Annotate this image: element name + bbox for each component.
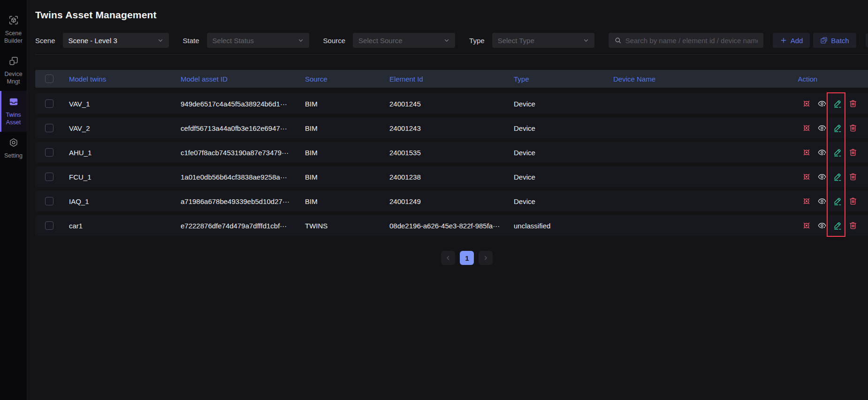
row-checkbox[interactable] <box>45 124 53 132</box>
state-filter: State Select Status <box>183 33 309 48</box>
target-dot-icon <box>802 172 811 181</box>
scene-filter-label: Scene <box>35 37 55 45</box>
scene-select-value: Scene - Level 3 <box>69 37 117 45</box>
page-number-button[interactable]: 1 <box>460 251 474 265</box>
target-dot-icon <box>802 99 811 108</box>
row-checkbox[interactable] <box>45 148 53 157</box>
target-dot-icon <box>802 221 811 230</box>
twins-table: Model twins Model asset ID Source Elemen… <box>35 70 868 236</box>
element-id-cell: 24001243 <box>384 124 508 132</box>
eye-dot-icon <box>817 148 827 157</box>
delete-button[interactable] <box>848 123 858 133</box>
model-twins-cell: VAV_1 <box>63 100 175 108</box>
model-asset-id-cell: e7222876dfe74d479a7dfffd1cbf··· <box>175 222 299 230</box>
next-page-button[interactable] <box>479 251 493 265</box>
locate-button[interactable] <box>802 148 811 157</box>
eye-dot-icon <box>817 123 827 133</box>
model-twins-cell: IAQ_1 <box>63 197 175 205</box>
edit-button[interactable] <box>833 172 842 181</box>
edit-button[interactable] <box>833 123 842 133</box>
delete-button[interactable] <box>848 99 858 108</box>
prev-page-button[interactable] <box>441 251 455 265</box>
column-header-device-name: Device Name <box>608 75 758 83</box>
delete-button[interactable] <box>848 221 858 230</box>
chevron-down-icon <box>443 37 450 44</box>
delete-button[interactable] <box>848 172 858 181</box>
source-select-placeholder: Select Source <box>358 37 402 45</box>
locate-button[interactable] <box>802 172 811 181</box>
chevron-right-icon <box>482 255 489 261</box>
edit-button[interactable] <box>833 148 842 157</box>
table-header-row: Model twins Model asset ID Source Elemen… <box>35 70 868 88</box>
type-cell: unclassified <box>508 222 608 230</box>
table-row: FCU_1 1a01e0db56b64cf3838ae9258a··· BIM … <box>35 166 868 187</box>
element-id-cell: 08de2196-a626-45e3-822f-985fa··· <box>384 222 508 230</box>
pagination: 1 <box>35 251 868 265</box>
select-all-checkbox[interactable] <box>45 75 53 83</box>
view-button[interactable] <box>817 196 827 206</box>
locate-button[interactable] <box>802 123 811 133</box>
row-checkbox[interactable] <box>45 99 53 108</box>
twins-asset-icon <box>8 97 19 109</box>
model-asset-id-cell: a71986a678be49339eb5d10d27··· <box>175 197 299 205</box>
chevron-down-icon <box>583 37 589 44</box>
sidebar-item-twins-asset[interactable]: Twins Asset <box>0 91 27 132</box>
column-header-source: Source <box>299 75 384 83</box>
screen-view-button[interactable] <box>866 33 868 47</box>
row-checkbox[interactable] <box>45 173 53 181</box>
source-filter: Source Select Source <box>323 33 456 48</box>
trash-icon <box>848 196 858 206</box>
filter-bar: Scene Scene - Level 3 State Select Statu… <box>35 33 868 55</box>
source-filter-label: Source <box>323 37 346 45</box>
scene-filter: Scene Scene - Level 3 <box>35 33 169 48</box>
scene-select[interactable]: Scene - Level 3 <box>63 33 169 48</box>
edit-button[interactable] <box>833 99 842 108</box>
type-select[interactable]: Select Type <box>492 33 594 48</box>
view-button[interactable] <box>817 123 827 133</box>
search-input[interactable] <box>625 37 758 45</box>
view-button[interactable] <box>817 148 827 157</box>
target-dot-icon <box>802 148 811 157</box>
eye-dot-icon <box>817 99 827 108</box>
sidebar-item-device-mngt[interactable]: Device Mngt <box>0 50 27 91</box>
source-cell: BIM <box>299 100 384 108</box>
locate-button[interactable] <box>802 99 811 108</box>
trash-icon <box>848 99 858 108</box>
row-checkbox[interactable] <box>45 197 53 205</box>
row-checkbox[interactable] <box>45 221 53 230</box>
eye-dot-icon <box>817 221 827 230</box>
source-select[interactable]: Select Source <box>353 33 455 48</box>
edit-button[interactable] <box>833 221 842 230</box>
sidebar-item-scene-builder[interactable]: Scene Builder <box>0 9 27 50</box>
element-id-cell: 24001535 <box>384 149 508 157</box>
model-asset-id-cell: c1fe07f8acb7453190a87e73479··· <box>175 149 299 157</box>
view-button[interactable] <box>817 99 827 108</box>
table-row: VAV_1 949de6517c4a45f5a38924b6d1··· BIM … <box>35 93 868 114</box>
plus-icon <box>780 37 787 44</box>
pencil-underline-icon <box>833 148 842 157</box>
locate-button[interactable] <box>802 196 811 206</box>
setting-icon <box>8 137 19 150</box>
column-header-type: Type <box>508 75 608 83</box>
sidebar-item-setting[interactable]: Setting <box>0 132 27 165</box>
batch-button[interactable]: Batch <box>813 33 856 48</box>
sidebar: Scene Builder Device Mngt Twins Asset Se… <box>0 0 27 400</box>
add-button[interactable]: Add <box>773 33 810 48</box>
locate-button[interactable] <box>802 221 811 230</box>
type-cell: Device <box>508 149 608 157</box>
scene-builder-icon <box>8 15 19 27</box>
target-dot-icon <box>802 123 811 133</box>
view-button[interactable] <box>817 172 827 181</box>
delete-button[interactable] <box>848 148 858 157</box>
sidebar-item-label: Device Mngt <box>2 70 25 85</box>
edit-button[interactable] <box>833 196 842 206</box>
state-select[interactable]: Select Status <box>207 33 309 48</box>
trash-icon <box>848 221 858 230</box>
table-row: VAV_2 cefdf56713a44a0fb3e162e6947··· BIM… <box>35 118 868 138</box>
element-id-cell: 24001249 <box>384 197 508 205</box>
model-twins-cell: AHU_1 <box>63 149 175 157</box>
delete-button[interactable] <box>848 196 858 206</box>
source-cell: BIM <box>299 149 384 157</box>
view-button[interactable] <box>817 221 827 230</box>
trash-icon <box>848 123 858 133</box>
